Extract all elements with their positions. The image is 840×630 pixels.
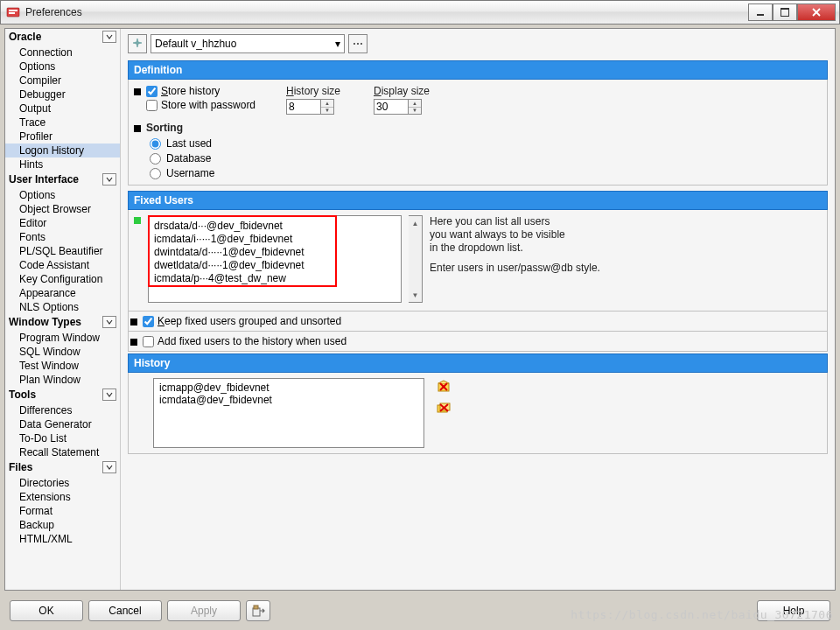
nav-item-connection[interactable]: Connection [5, 46, 120, 60]
app-icon [6, 5, 20, 19]
store-password-label: Store with password [161, 99, 256, 111]
export-button[interactable] [246, 600, 270, 621]
titlebar: Preferences [0, 0, 840, 24]
display-size-input[interactable] [374, 99, 409, 115]
chevron-down-icon [102, 316, 116, 328]
history-size-input[interactable] [286, 99, 321, 115]
minimize-button[interactable] [748, 4, 773, 21]
chevron-down-icon [102, 31, 116, 43]
textarea-scrollbar[interactable]: ▲ ▼ [409, 215, 423, 303]
profile-more-button[interactable]: ⋯ [348, 34, 368, 53]
delete-all-icon[interactable] [437, 401, 451, 415]
nav-item-nls-options[interactable]: NLS Options [5, 300, 120, 314]
nav-item-profiler[interactable]: Profiler [5, 130, 120, 144]
scroll-down-icon: ▼ [409, 288, 422, 302]
nav-item-hints[interactable]: Hints [5, 158, 120, 172]
nav-item-plan-window[interactable]: Plan Window [5, 373, 120, 387]
nav-item-extensions[interactable]: Extensions [5, 490, 120, 504]
nav-item-appearance[interactable]: Appearance [5, 286, 120, 300]
store-history-label: Store history [161, 85, 220, 97]
profile-icon-button[interactable] [128, 34, 147, 53]
help-button[interactable]: Help [757, 600, 830, 621]
apply-button[interactable]: Apply [167, 600, 241, 621]
maximize-button[interactable] [773, 4, 797, 21]
nav-item-pl-sql-beautifier[interactable]: PL/SQL Beautifier [5, 244, 120, 258]
profile-select[interactable]: Default v_hhzhuo ▾ [150, 34, 345, 53]
nav-group-oracle[interactable]: Oracle [5, 29, 120, 46]
nav-item-compiler[interactable]: Compiler [5, 74, 120, 88]
chevron-down-icon [102, 173, 116, 186]
display-size-spinner[interactable]: ▲▼ [409, 99, 422, 115]
nav-item-directories[interactable]: Directories [5, 476, 120, 490]
chevron-down-icon [102, 388, 116, 401]
history-item[interactable]: icmapp@dev_fbidevnet [159, 382, 418, 394]
nav-item-html-xml[interactable]: HTML/XML [5, 532, 120, 546]
store-history-checkbox[interactable]: Store history [146, 85, 286, 97]
sorting-radio-database[interactable]: Database [150, 152, 214, 164]
sorting-label: Sorting [146, 122, 214, 134]
delete-item-icon[interactable] [437, 380, 451, 394]
nav-item-program-window[interactable]: Program Window [5, 331, 120, 345]
definition-body: Store history Store with password Histor… [128, 80, 828, 186]
nav-item-data-generator[interactable]: Data Generator [5, 417, 120, 431]
export-icon [251, 604, 265, 618]
nav-item-options[interactable]: Options [5, 188, 120, 202]
display-size-label: Display size [374, 85, 461, 97]
bullet-icon [130, 318, 137, 326]
svg-rect-2 [9, 12, 15, 14]
bullet-icon [134, 88, 141, 95]
nav-item-logon-history[interactable]: Logon History [5, 144, 120, 158]
nav-item-format[interactable]: Format [5, 504, 120, 518]
nav-item-output[interactable]: Output [5, 102, 120, 116]
nav-item-fonts[interactable]: Fonts [5, 230, 120, 244]
nav-item-key-configuration[interactable]: Key Configuration [5, 272, 120, 286]
nav-group-tools[interactable]: Tools [5, 387, 120, 403]
svg-rect-1 [9, 10, 18, 11]
history-list[interactable]: icmapp@dev_fbidevneticmdata@dev_fbidevne… [153, 378, 424, 448]
history-size-label: History size [286, 85, 374, 97]
close-button[interactable] [797, 4, 836, 21]
bullet-icon [134, 125, 141, 132]
nav-item-test-window[interactable]: Test Window [5, 359, 120, 373]
svg-rect-13 [254, 606, 258, 609]
nav-item-editor[interactable]: Editor [5, 216, 120, 230]
nav-scroll[interactable]: OracleConnectionOptionsCompilerDebuggerO… [5, 29, 120, 590]
nav-item-recall-statement[interactable]: Recall Statement [5, 445, 120, 459]
chevron-down-icon: ▾ [335, 38, 340, 50]
fixed-users-help: Here you can list all users you want alw… [430, 215, 600, 305]
nav-item-backup[interactable]: Backup [5, 518, 120, 532]
history-item[interactable]: icmdata@dev_fbidevnet [159, 394, 418, 406]
nav-item-differences[interactable]: Differences [5, 403, 120, 417]
ellipsis-icon: ⋯ [353, 38, 363, 50]
sorting-radio-last-used[interactable]: Last used [150, 137, 214, 150]
nav-group-user-interface[interactable]: User Interface [5, 172, 120, 188]
profile-text: Default v_hhzhuo [155, 38, 236, 50]
nav-item-trace[interactable]: Trace [5, 116, 120, 130]
fixed-users-header: Fixed Users [128, 191, 828, 210]
chevron-down-icon [102, 461, 116, 473]
add-to-history-label: Add fixed users to the history when used [158, 335, 346, 347]
history-size-spinner[interactable]: ▲▼ [321, 99, 334, 115]
add-to-history-checkbox[interactable]: Add fixed users to the history when used [143, 335, 346, 347]
history-body: icmapp@dev_fbidevneticmdata@dev_fbidevne… [128, 373, 828, 454]
bullet-icon [130, 339, 137, 346]
profile-sparkle-icon [131, 38, 144, 50]
keep-grouped-label: Keep fixed users grouped and unsorted [158, 315, 341, 327]
nav-item-to-do-list[interactable]: To-Do List [5, 431, 120, 445]
nav-group-window-types[interactable]: Window Types [5, 314, 120, 331]
history-header: History [128, 354, 828, 373]
store-password-checkbox[interactable]: Store with password [146, 99, 286, 111]
fixed-users-textarea[interactable] [148, 215, 402, 303]
window-title: Preferences [25, 6, 748, 18]
ok-button[interactable]: OK [10, 600, 83, 621]
nav-tree: OracleConnectionOptionsCompilerDebuggerO… [5, 29, 121, 590]
nav-item-object-browser[interactable]: Object Browser [5, 202, 120, 216]
nav-item-code-assistant[interactable]: Code Assistant [5, 258, 120, 272]
nav-item-debugger[interactable]: Debugger [5, 88, 120, 102]
nav-item-options[interactable]: Options [5, 60, 120, 74]
cancel-button[interactable]: Cancel [88, 600, 162, 621]
sorting-radio-username[interactable]: Username [150, 167, 214, 179]
nav-group-files[interactable]: Files [5, 459, 120, 476]
keep-grouped-checkbox[interactable]: Keep fixed users grouped and unsorted [143, 315, 341, 327]
nav-item-sql-window[interactable]: SQL Window [5, 345, 120, 359]
